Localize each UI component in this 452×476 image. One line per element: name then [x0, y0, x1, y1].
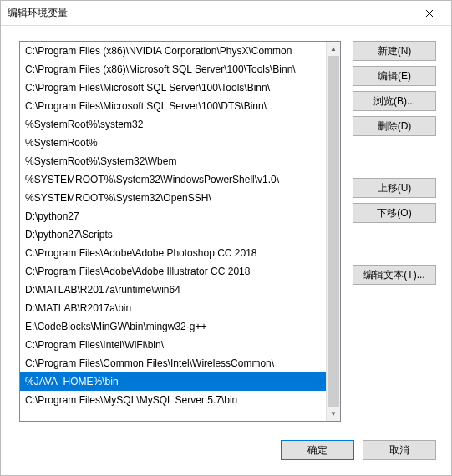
delete-button-label: 删除(D) [378, 119, 412, 134]
window-title: 编辑环境变量 [8, 6, 68, 20]
list-item[interactable]: C:\Program Files\Adobe\Adobe Illustrator… [20, 262, 326, 281]
scroll-track[interactable] [327, 56, 340, 407]
list-item[interactable]: %SystemRoot%\system32 [20, 115, 326, 134]
list-item[interactable]: D:\python27 [20, 207, 326, 225]
path-listbox[interactable]: C:\Program Files (x86)\NVIDIA Corporatio… [20, 42, 326, 421]
scroll-thumb[interactable] [328, 56, 339, 407]
ok-button-label: 确定 [307, 443, 328, 458]
chevron-up-icon: ▲ [330, 45, 337, 53]
edit-button-label: 编辑(E) [378, 69, 411, 84]
spacer [353, 141, 436, 173]
edit-button[interactable]: 编辑(E) [353, 66, 436, 86]
ok-button[interactable]: 确定 [281, 440, 354, 460]
content-area: C:\Program Files (x86)\NVIDIA Corporatio… [19, 41, 436, 422]
list-item[interactable]: %SYSTEMROOT%\System32\OpenSSH\ [20, 189, 326, 207]
close-button[interactable] [413, 2, 446, 25]
list-item[interactable]: C:\Program Files\Intel\WiFi\bin\ [20, 336, 326, 354]
list-item[interactable]: E:\CodeBlocks\MinGW\bin\mingw32-g++ [20, 317, 326, 336]
list-item-selected[interactable]: %JAVA_HOME%\bin [20, 372, 326, 391]
edittext-button-label: 编辑文本(T)... [363, 268, 424, 282]
list-item[interactable]: D:\python27\Scripts [20, 225, 326, 244]
movedown-button-label: 下移(O) [377, 206, 411, 220]
list-item[interactable]: C:\Program Files\Microsoft SQL Server\10… [20, 78, 326, 97]
new-button-label: 新建(N) [378, 44, 412, 58]
list-item[interactable]: C:\Program Files (x86)\NVIDIA Corporatio… [20, 42, 326, 60]
moveup-button-label: 上移(U) [378, 181, 412, 195]
cancel-button-label: 取消 [389, 443, 409, 458]
vertical-scrollbar[interactable]: ▲ ▼ [326, 42, 340, 421]
titlebar: 编辑环境变量 [1, 1, 451, 26]
list-item[interactable]: D:\MATLAB\R2017a\bin [20, 299, 326, 317]
spacer [353, 228, 436, 260]
scroll-down-button[interactable]: ▼ [327, 407, 340, 421]
browse-button-label: 浏览(B)... [373, 94, 415, 109]
delete-button[interactable]: 删除(D) [353, 116, 436, 136]
chevron-down-icon: ▼ [330, 410, 337, 418]
list-item[interactable]: C:\Program Files\MySQL\MySQL Server 5.7\… [20, 391, 326, 409]
list-item[interactable]: %SystemRoot% [20, 134, 326, 152]
list-item[interactable]: %SYSTEMROOT%\System32\WindowsPowerShell\… [20, 170, 326, 189]
list-item[interactable]: C:\Program Files\Common Files\Intel\Wire… [20, 354, 326, 372]
list-item[interactable]: C:\Program Files\Microsoft SQL Server\10… [20, 97, 326, 115]
browse-button[interactable]: 浏览(B)... [353, 91, 436, 111]
footer-buttons: 确定 取消 [281, 440, 436, 460]
cancel-button[interactable]: 取消 [363, 440, 436, 460]
side-buttons: 新建(N) 编辑(E) 浏览(B)... 删除(D) 上移(U) 下移(O) 编… [353, 41, 436, 422]
movedown-button[interactable]: 下移(O) [353, 203, 436, 223]
edittext-button[interactable]: 编辑文本(T)... [353, 265, 436, 285]
list-item[interactable]: C:\Program Files (x86)\Microsoft SQL Ser… [20, 60, 326, 78]
list-item[interactable]: C:\Program Files\Adobe\Adobe Photoshop C… [20, 244, 326, 262]
new-button[interactable]: 新建(N) [353, 41, 436, 61]
moveup-button[interactable]: 上移(U) [353, 178, 436, 198]
list-item[interactable]: %SystemRoot%\System32\Wbem [20, 152, 326, 170]
list-item[interactable]: D:\MATLAB\R2017a\runtime\win64 [20, 281, 326, 299]
path-listbox-frame: C:\Program Files (x86)\NVIDIA Corporatio… [19, 41, 341, 422]
scroll-up-button[interactable]: ▲ [327, 42, 340, 56]
close-icon [425, 9, 434, 18]
